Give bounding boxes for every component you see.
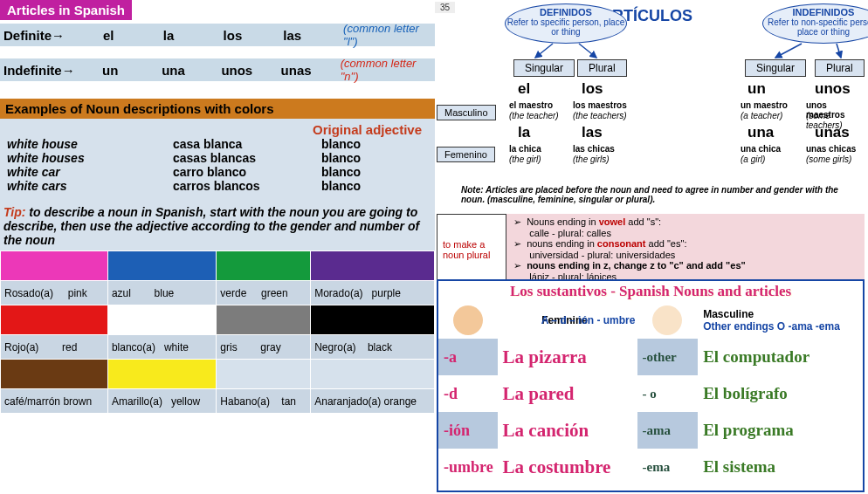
- articulos-diagram: ARTÍCULOS DEFINIDOSRefer to specific per…: [435, 0, 868, 209]
- tip-text: Tip: to describe a noun in Spanish, star…: [0, 202, 435, 250]
- svg-line-2: [775, 44, 802, 58]
- plural-rules: to make a noun plural ➢ Nouns ending in …: [437, 214, 865, 285]
- definidos-oval: DEFINIDOSRefer to specific person, place…: [505, 3, 627, 44]
- left-panel: Articles in Spanish 35 Definite→ el la l…: [0, 0, 435, 494]
- examples-block: Original adjective white housecasa blanc…: [0, 119, 435, 202]
- sustantivos-card: Los sustantivos - Spanish Nouns and arti…: [437, 279, 865, 492]
- svg-line-1: [579, 44, 596, 58]
- svg-line-3: [837, 44, 841, 58]
- indefinite-row: Indefinite→ un una unos unas (common let…: [0, 58, 435, 81]
- definite-row: Definite→ el la los las (common letter "…: [0, 24, 435, 46]
- masculine-face-icon: [652, 305, 682, 335]
- feminine-face-icon: [453, 305, 483, 335]
- color-grid: Rosado(a) pink azul blue verde green Mor…: [0, 250, 435, 414]
- articles-badge: Articles in Spanish: [0, 0, 132, 20]
- examples-header: Examples of Noun descriptions with color…: [0, 99, 435, 119]
- indefinidos-oval: INDEFINIDOSRefer to non-specific person,…: [762, 3, 868, 44]
- agreement-note: Note: Articles are placed before the nou…: [461, 185, 845, 204]
- svg-line-0: [535, 44, 553, 58]
- right-panel: ARTÍCULOS DEFINIDOSRefer to specific per…: [435, 0, 868, 494]
